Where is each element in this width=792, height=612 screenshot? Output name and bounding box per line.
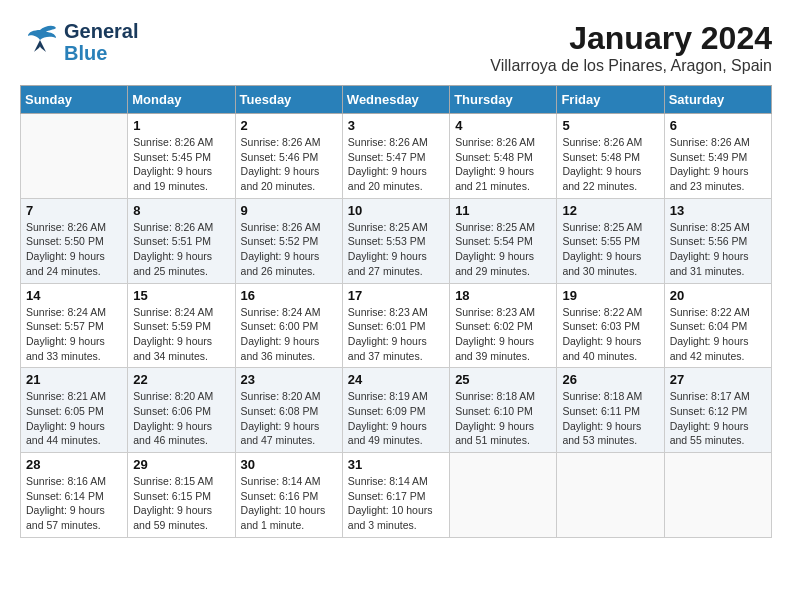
- day-info: Sunrise: 8:16 AM Sunset: 6:14 PM Dayligh…: [26, 474, 122, 533]
- day-number: 24: [348, 372, 444, 387]
- day-number: 12: [562, 203, 658, 218]
- title-block: January 2024 Villarroya de los Pinares, …: [490, 20, 772, 75]
- calendar-week-row: 7Sunrise: 8:26 AM Sunset: 5:50 PM Daylig…: [21, 198, 772, 283]
- calendar-day-cell: 28Sunrise: 8:16 AM Sunset: 6:14 PM Dayli…: [21, 453, 128, 538]
- weekday-header-cell: Sunday: [21, 86, 128, 114]
- day-number: 19: [562, 288, 658, 303]
- calendar-table: SundayMondayTuesdayWednesdayThursdayFrid…: [20, 85, 772, 538]
- day-number: 14: [26, 288, 122, 303]
- calendar-day-cell: 19Sunrise: 8:22 AM Sunset: 6:03 PM Dayli…: [557, 283, 664, 368]
- calendar-day-cell: 3Sunrise: 8:26 AM Sunset: 5:47 PM Daylig…: [342, 114, 449, 199]
- weekday-header-cell: Saturday: [664, 86, 771, 114]
- calendar-day-cell: 14Sunrise: 8:24 AM Sunset: 5:57 PM Dayli…: [21, 283, 128, 368]
- calendar-day-cell: 13Sunrise: 8:25 AM Sunset: 5:56 PM Dayli…: [664, 198, 771, 283]
- day-info: Sunrise: 8:26 AM Sunset: 5:50 PM Dayligh…: [26, 220, 122, 279]
- day-info: Sunrise: 8:26 AM Sunset: 5:49 PM Dayligh…: [670, 135, 766, 194]
- weekday-header-cell: Wednesday: [342, 86, 449, 114]
- calendar-body: 1Sunrise: 8:26 AM Sunset: 5:45 PM Daylig…: [21, 114, 772, 538]
- day-info: Sunrise: 8:25 AM Sunset: 5:56 PM Dayligh…: [670, 220, 766, 279]
- day-info: Sunrise: 8:15 AM Sunset: 6:15 PM Dayligh…: [133, 474, 229, 533]
- day-number: 20: [670, 288, 766, 303]
- calendar-day-cell: 15Sunrise: 8:24 AM Sunset: 5:59 PM Dayli…: [128, 283, 235, 368]
- weekday-header-cell: Friday: [557, 86, 664, 114]
- day-number: 25: [455, 372, 551, 387]
- calendar-day-cell: 27Sunrise: 8:17 AM Sunset: 6:12 PM Dayli…: [664, 368, 771, 453]
- calendar-day-cell: 9Sunrise: 8:26 AM Sunset: 5:52 PM Daylig…: [235, 198, 342, 283]
- day-info: Sunrise: 8:20 AM Sunset: 6:08 PM Dayligh…: [241, 389, 337, 448]
- day-info: Sunrise: 8:17 AM Sunset: 6:12 PM Dayligh…: [670, 389, 766, 448]
- day-number: 4: [455, 118, 551, 133]
- calendar-day-cell: 22Sunrise: 8:20 AM Sunset: 6:06 PM Dayli…: [128, 368, 235, 453]
- day-info: Sunrise: 8:22 AM Sunset: 6:04 PM Dayligh…: [670, 305, 766, 364]
- weekday-header-cell: Tuesday: [235, 86, 342, 114]
- day-number: 22: [133, 372, 229, 387]
- day-info: Sunrise: 8:19 AM Sunset: 6:09 PM Dayligh…: [348, 389, 444, 448]
- calendar-day-cell: 16Sunrise: 8:24 AM Sunset: 6:00 PM Dayli…: [235, 283, 342, 368]
- day-number: 13: [670, 203, 766, 218]
- weekday-header-cell: Thursday: [450, 86, 557, 114]
- day-number: 11: [455, 203, 551, 218]
- calendar-day-cell: [21, 114, 128, 199]
- day-number: 6: [670, 118, 766, 133]
- weekday-header-row: SundayMondayTuesdayWednesdayThursdayFrid…: [21, 86, 772, 114]
- day-info: Sunrise: 8:24 AM Sunset: 6:00 PM Dayligh…: [241, 305, 337, 364]
- day-number: 27: [670, 372, 766, 387]
- day-info: Sunrise: 8:21 AM Sunset: 6:05 PM Dayligh…: [26, 389, 122, 448]
- day-number: 30: [241, 457, 337, 472]
- day-number: 7: [26, 203, 122, 218]
- logo-icon: [20, 22, 60, 62]
- calendar-day-cell: 20Sunrise: 8:22 AM Sunset: 6:04 PM Dayli…: [664, 283, 771, 368]
- day-number: 21: [26, 372, 122, 387]
- day-info: Sunrise: 8:24 AM Sunset: 5:59 PM Dayligh…: [133, 305, 229, 364]
- day-info: Sunrise: 8:26 AM Sunset: 5:51 PM Dayligh…: [133, 220, 229, 279]
- day-number: 1: [133, 118, 229, 133]
- day-number: 3: [348, 118, 444, 133]
- day-info: Sunrise: 8:25 AM Sunset: 5:53 PM Dayligh…: [348, 220, 444, 279]
- day-info: Sunrise: 8:14 AM Sunset: 6:16 PM Dayligh…: [241, 474, 337, 533]
- day-number: 15: [133, 288, 229, 303]
- calendar-day-cell: 25Sunrise: 8:18 AM Sunset: 6:10 PM Dayli…: [450, 368, 557, 453]
- calendar-day-cell: 26Sunrise: 8:18 AM Sunset: 6:11 PM Dayli…: [557, 368, 664, 453]
- day-info: Sunrise: 8:26 AM Sunset: 5:46 PM Dayligh…: [241, 135, 337, 194]
- calendar-day-cell: 31Sunrise: 8:14 AM Sunset: 6:17 PM Dayli…: [342, 453, 449, 538]
- day-number: 28: [26, 457, 122, 472]
- calendar-day-cell: 6Sunrise: 8:26 AM Sunset: 5:49 PM Daylig…: [664, 114, 771, 199]
- day-number: 23: [241, 372, 337, 387]
- calendar-day-cell: 8Sunrise: 8:26 AM Sunset: 5:51 PM Daylig…: [128, 198, 235, 283]
- day-info: Sunrise: 8:26 AM Sunset: 5:45 PM Dayligh…: [133, 135, 229, 194]
- day-number: 29: [133, 457, 229, 472]
- page-header: General Blue January 2024 Villarroya de …: [20, 20, 772, 75]
- day-number: 18: [455, 288, 551, 303]
- weekday-header-cell: Monday: [128, 86, 235, 114]
- day-info: Sunrise: 8:14 AM Sunset: 6:17 PM Dayligh…: [348, 474, 444, 533]
- calendar-day-cell: 29Sunrise: 8:15 AM Sunset: 6:15 PM Dayli…: [128, 453, 235, 538]
- calendar-subtitle: Villarroya de los Pinares, Aragon, Spain: [490, 57, 772, 75]
- day-info: Sunrise: 8:26 AM Sunset: 5:48 PM Dayligh…: [455, 135, 551, 194]
- day-info: Sunrise: 8:25 AM Sunset: 5:55 PM Dayligh…: [562, 220, 658, 279]
- calendar-day-cell: 17Sunrise: 8:23 AM Sunset: 6:01 PM Dayli…: [342, 283, 449, 368]
- day-info: Sunrise: 8:23 AM Sunset: 6:02 PM Dayligh…: [455, 305, 551, 364]
- calendar-day-cell: 18Sunrise: 8:23 AM Sunset: 6:02 PM Dayli…: [450, 283, 557, 368]
- calendar-day-cell: 11Sunrise: 8:25 AM Sunset: 5:54 PM Dayli…: [450, 198, 557, 283]
- calendar-day-cell: 2Sunrise: 8:26 AM Sunset: 5:46 PM Daylig…: [235, 114, 342, 199]
- day-info: Sunrise: 8:24 AM Sunset: 5:57 PM Dayligh…: [26, 305, 122, 364]
- day-number: 5: [562, 118, 658, 133]
- day-info: Sunrise: 8:23 AM Sunset: 6:01 PM Dayligh…: [348, 305, 444, 364]
- calendar-week-row: 28Sunrise: 8:16 AM Sunset: 6:14 PM Dayli…: [21, 453, 772, 538]
- day-info: Sunrise: 8:26 AM Sunset: 5:52 PM Dayligh…: [241, 220, 337, 279]
- calendar-week-row: 21Sunrise: 8:21 AM Sunset: 6:05 PM Dayli…: [21, 368, 772, 453]
- calendar-day-cell: [450, 453, 557, 538]
- day-number: 2: [241, 118, 337, 133]
- day-info: Sunrise: 8:26 AM Sunset: 5:48 PM Dayligh…: [562, 135, 658, 194]
- calendar-day-cell: 21Sunrise: 8:21 AM Sunset: 6:05 PM Dayli…: [21, 368, 128, 453]
- day-info: Sunrise: 8:22 AM Sunset: 6:03 PM Dayligh…: [562, 305, 658, 364]
- day-number: 31: [348, 457, 444, 472]
- calendar-day-cell: 24Sunrise: 8:19 AM Sunset: 6:09 PM Dayli…: [342, 368, 449, 453]
- day-number: 9: [241, 203, 337, 218]
- day-info: Sunrise: 8:18 AM Sunset: 6:10 PM Dayligh…: [455, 389, 551, 448]
- day-number: 16: [241, 288, 337, 303]
- day-number: 26: [562, 372, 658, 387]
- calendar-title: January 2024: [490, 20, 772, 57]
- day-info: Sunrise: 8:20 AM Sunset: 6:06 PM Dayligh…: [133, 389, 229, 448]
- calendar-day-cell: 10Sunrise: 8:25 AM Sunset: 5:53 PM Dayli…: [342, 198, 449, 283]
